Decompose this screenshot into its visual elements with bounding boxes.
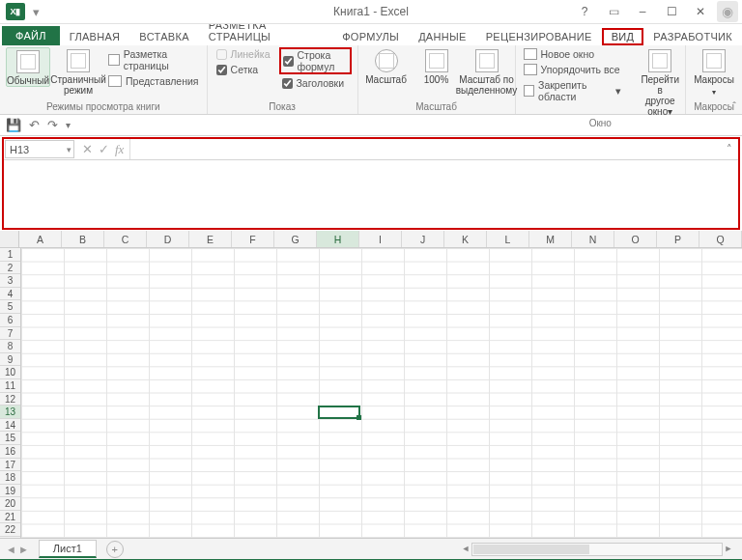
name-box[interactable]: H13▾: [5, 140, 74, 158]
row-header[interactable]: 11: [0, 379, 20, 393]
tab-data[interactable]: ДАННЫЕ: [409, 28, 476, 45]
col-header[interactable]: E: [189, 231, 232, 247]
collapse-formula-bar-icon[interactable]: ˄: [721, 139, 738, 159]
col-header[interactable]: M: [529, 231, 572, 247]
row-header[interactable]: 1: [0, 248, 20, 262]
view-page-layout-button[interactable]: Разметка страницы: [106, 47, 201, 72]
collapse-ribbon-icon[interactable]: ˆ: [732, 100, 736, 112]
row-header[interactable]: 7: [0, 327, 20, 341]
tab-view[interactable]: ВИД: [602, 28, 644, 45]
formula-bar-input[interactable]: [130, 139, 721, 159]
tab-home[interactable]: ГЛАВНАЯ: [60, 28, 130, 45]
col-header[interactable]: Q: [699, 231, 742, 247]
macros-button[interactable]: Макросы▾: [692, 47, 736, 98]
row-header[interactable]: 18: [0, 471, 20, 485]
column-headers: ABCDEFGHIJKLMNOPQ: [0, 231, 742, 248]
ribbon: Обычный Страничный режим Разметка страни…: [0, 45, 742, 115]
col-header[interactable]: L: [487, 231, 529, 247]
col-header[interactable]: C: [104, 231, 147, 247]
new-sheet-button[interactable]: +: [106, 541, 124, 558]
group-window: Новое окно Упорядочить все Закрепить обл…: [516, 45, 686, 114]
row-header[interactable]: 5: [0, 300, 20, 314]
row-header[interactable]: 15: [0, 432, 20, 445]
active-cell[interactable]: [318, 406, 360, 419]
check-ruler: Линейка: [214, 47, 273, 61]
zoom-selection-button[interactable]: Масштаб повыделенному: [465, 47, 509, 96]
new-window-button[interactable]: Новое окно: [522, 47, 624, 61]
row-header[interactable]: 13: [0, 406, 20, 419]
check-headings[interactable]: Заголовки: [279, 76, 352, 90]
arrange-all-button[interactable]: Упорядочить все: [522, 63, 624, 76]
undo-icon[interactable]: ↶: [29, 118, 40, 132]
row-header[interactable]: 4: [0, 288, 20, 301]
qat-dropdown-icon[interactable]: ▾: [33, 5, 40, 19]
tab-review[interactable]: РЕЦЕНЗИРОВАНИЕ: [476, 28, 602, 45]
formula-bar-expanded[interactable]: [4, 160, 738, 228]
qat-customize-icon[interactable]: ▾: [66, 120, 71, 130]
tab-insert[interactable]: ВСТАВКА: [129, 28, 198, 45]
zoom-100-button[interactable]: 100%: [414, 47, 459, 85]
row-header[interactable]: 21: [0, 511, 20, 524]
row-header[interactable]: 16: [0, 445, 20, 459]
horizontal-scrollbar[interactable]: ◄►: [471, 543, 723, 556]
row-header[interactable]: 14: [0, 419, 20, 433]
col-header[interactable]: K: [444, 231, 487, 247]
group-label-zoom: Масштаб: [364, 100, 509, 114]
sheet-nav-next-icon[interactable]: ►: [18, 544, 29, 555]
group-label-show: Показ: [214, 100, 352, 114]
row-header[interactable]: 10: [0, 366, 20, 379]
tab-file[interactable]: ФАЙЛ: [2, 26, 60, 45]
zoom-button[interactable]: Масштаб: [364, 47, 409, 85]
row-header[interactable]: 12: [0, 393, 20, 406]
excel-icon: X▮: [6, 3, 25, 20]
view-normal-button[interactable]: Обычный: [6, 47, 50, 87]
col-header[interactable]: I: [359, 231, 402, 247]
tab-formulas[interactable]: ФОРМУЛЫ: [332, 28, 409, 45]
col-header[interactable]: N: [572, 231, 614, 247]
insert-function-icon[interactable]: fx: [115, 142, 124, 157]
group-view-modes: Обычный Страничный режим Разметка страни…: [0, 45, 208, 114]
minimize-icon[interactable]: –: [630, 3, 655, 20]
view-custom-button[interactable]: Представления: [106, 74, 201, 88]
row-header[interactable]: 3: [0, 274, 20, 288]
col-header[interactable]: P: [657, 231, 699, 247]
row-header[interactable]: 22: [0, 523, 20, 537]
maximize-icon[interactable]: ☐: [659, 3, 684, 20]
select-all-corner[interactable]: [0, 231, 19, 247]
ribbon-options-icon[interactable]: ▭: [601, 3, 626, 20]
cancel-formula-icon[interactable]: ✕: [82, 142, 93, 156]
switch-windows-button[interactable]: Перейти вдругое окно▾: [641, 47, 679, 117]
col-header[interactable]: F: [232, 231, 274, 247]
row-header[interactable]: 8: [0, 340, 20, 353]
group-label-window: Окно: [522, 117, 679, 130]
tab-developer[interactable]: РАЗРАБОТЧИК: [643, 28, 742, 45]
sheet-tab-bar: ◄ ► Лист1 + ◄►: [0, 538, 742, 559]
view-page-break-button[interactable]: Страничный режим: [56, 47, 100, 96]
freeze-panes-button[interactable]: Закрепить области ▾: [522, 78, 624, 103]
cells-area[interactable]: [21, 248, 742, 538]
close-icon[interactable]: ✕: [688, 3, 713, 20]
save-icon[interactable]: 💾: [6, 118, 21, 132]
row-header[interactable]: 6: [0, 314, 20, 327]
row-header[interactable]: 17: [0, 459, 20, 472]
col-header[interactable]: D: [147, 231, 189, 247]
col-header[interactable]: J: [402, 231, 444, 247]
row-header[interactable]: 20: [0, 497, 20, 511]
row-header[interactable]: 9: [0, 353, 20, 367]
col-header[interactable]: B: [62, 231, 104, 247]
redo-icon[interactable]: ↷: [47, 118, 58, 132]
group-label-macros: Макросы: [692, 100, 736, 114]
col-header[interactable]: H: [317, 231, 359, 247]
row-header[interactable]: 19: [0, 485, 20, 498]
col-header[interactable]: O: [614, 231, 657, 247]
account-avatar[interactable]: ◉: [717, 1, 738, 22]
row-header[interactable]: 2: [0, 262, 20, 275]
sheet-nav-prev-icon[interactable]: ◄: [6, 544, 16, 555]
col-header[interactable]: A: [19, 231, 62, 247]
check-gridlines[interactable]: Сетка: [214, 63, 273, 76]
help-icon[interactable]: ?: [572, 3, 597, 20]
col-header[interactable]: G: [274, 231, 317, 247]
check-formula-bar[interactable]: Строка формул: [279, 47, 352, 74]
sheet-tab[interactable]: Лист1: [39, 540, 97, 558]
enter-formula-icon[interactable]: ✓: [99, 142, 109, 156]
